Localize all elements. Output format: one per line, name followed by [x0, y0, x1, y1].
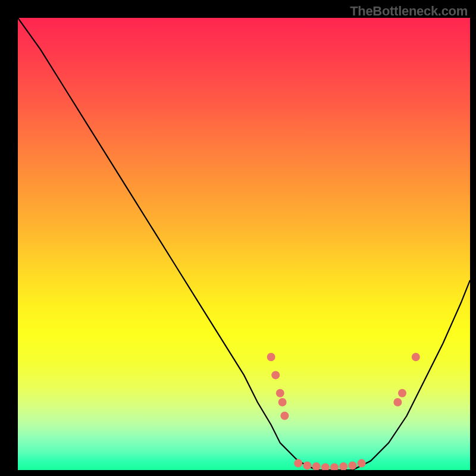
chart-marker — [303, 461, 311, 469]
chart-marker — [330, 463, 339, 470]
chart-marker — [312, 462, 321, 470]
chart-marker — [348, 461, 356, 469]
chart-marker — [278, 398, 287, 406]
chart-marker — [398, 389, 406, 397]
chart-plot-area — [18, 18, 470, 470]
chart-marker — [321, 463, 330, 470]
chart-marker — [271, 371, 280, 379]
chart-marker — [294, 459, 302, 468]
chart-marker — [358, 459, 366, 468]
chart-marker — [412, 353, 420, 361]
chart-svg — [18, 18, 470, 470]
chart-marker — [276, 389, 284, 397]
chart-marker — [267, 353, 275, 361]
attribution-label: TheBottleneck.com — [350, 4, 468, 19]
chart-curve — [18, 18, 470, 470]
chart-marker — [339, 462, 347, 470]
chart-marker — [393, 398, 402, 406]
chart-marker — [280, 412, 289, 420]
